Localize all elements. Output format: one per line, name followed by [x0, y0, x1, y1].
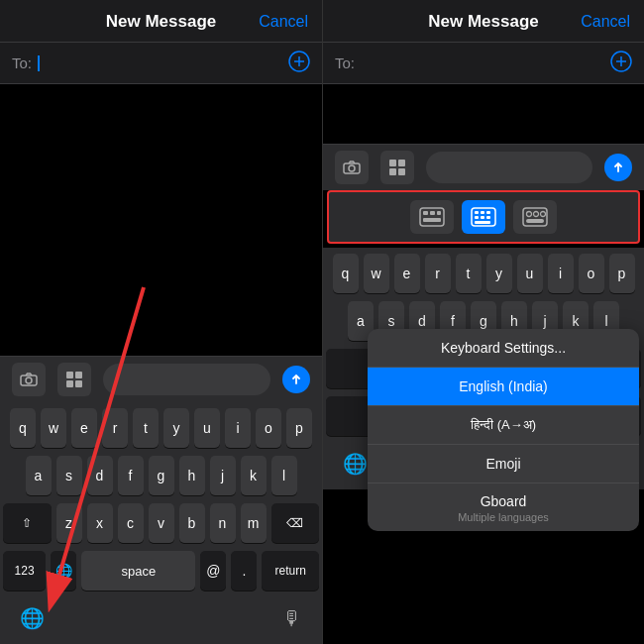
svg-rect-18	[389, 168, 396, 175]
key-globe[interactable]: 🌐	[51, 551, 76, 590]
key-h[interactable]: h	[179, 456, 205, 495]
right-message-input[interactable]	[426, 152, 592, 183]
key-p[interactable]: p	[286, 408, 312, 448]
key-f[interactable]: f	[118, 456, 144, 495]
svg-rect-17	[398, 160, 405, 166]
left-globe-icon[interactable]: 🌐	[20, 606, 45, 630]
key-m[interactable]: m	[241, 503, 267, 543]
left-camera-button[interactable]	[12, 363, 46, 396]
svg-point-15	[349, 165, 355, 171]
key-at[interactable]: @	[200, 551, 226, 590]
keyboard-language-dropdown[interactable]: Keyboard Settings... English (India) हिन…	[368, 329, 639, 531]
svg-point-34	[527, 212, 532, 217]
right-header: New Message Cancel	[323, 0, 644, 43]
key-t[interactable]: t	[133, 408, 159, 448]
svg-rect-5	[66, 372, 73, 378]
key-n[interactable]: n	[210, 503, 236, 543]
key-w[interactable]: w	[41, 408, 66, 448]
key-e[interactable]: e	[71, 408, 97, 448]
switcher-option-3[interactable]	[513, 200, 557, 234]
left-key-row-3: ⇧ z x c v b n m ⌫	[3, 503, 319, 543]
right-apps-button[interactable]	[380, 151, 414, 184]
dropdown-hindi[interactable]: हिन्दी (A→अ)	[368, 406, 639, 445]
key-a[interactable]: a	[26, 456, 52, 495]
svg-rect-16	[389, 160, 396, 166]
right-key-u[interactable]: u	[517, 254, 543, 293]
right-key-row-1: q w e r t y u i o p	[326, 254, 641, 293]
left-header-title: New Message	[106, 12, 217, 32]
right-camera-button[interactable]	[335, 151, 369, 184]
svg-rect-22	[430, 211, 435, 215]
key-k[interactable]: k	[241, 456, 267, 495]
left-mic-icon[interactable]: 🎙	[282, 607, 302, 630]
key-z[interactable]: z	[56, 503, 82, 543]
left-send-button[interactable]	[282, 366, 310, 393]
svg-rect-37	[526, 219, 544, 223]
right-to-field[interactable]: To:	[323, 43, 644, 84]
dropdown-keyboard-settings[interactable]: Keyboard Settings...	[368, 329, 639, 368]
key-y[interactable]: y	[163, 408, 189, 448]
left-keyboard: q w e r t y u i o p a s d f g h j k l ⇧ …	[0, 402, 322, 598]
svg-rect-31	[486, 216, 490, 219]
left-apps-button[interactable]	[57, 363, 91, 396]
right-globe-icon[interactable]: 🌐	[343, 452, 368, 476]
svg-rect-32	[475, 221, 490, 224]
right-to-label: To:	[335, 54, 355, 71]
right-send-button[interactable]	[604, 154, 632, 181]
right-key-q[interactable]: q	[333, 254, 359, 293]
right-key-r[interactable]: r	[425, 254, 451, 293]
left-to-field[interactable]: To:	[0, 43, 322, 84]
switcher-option-1[interactable]	[410, 200, 454, 234]
key-q[interactable]: q	[10, 408, 36, 448]
right-key-i[interactable]: i	[548, 254, 574, 293]
key-d[interactable]: d	[87, 456, 113, 495]
key-u[interactable]: u	[194, 408, 220, 448]
key-r[interactable]: r	[102, 408, 128, 448]
key-o[interactable]: o	[256, 408, 281, 448]
left-cancel-button[interactable]: Cancel	[259, 13, 308, 31]
key-c[interactable]: c	[118, 503, 144, 543]
left-phone-screen: New Message Cancel To:	[0, 0, 322, 644]
key-l[interactable]: l	[271, 456, 297, 495]
left-message-area[interactable]	[0, 84, 322, 356]
key-g[interactable]: g	[149, 456, 174, 495]
key-123[interactable]: 123	[3, 551, 46, 590]
svg-rect-30	[481, 216, 484, 219]
left-header: New Message Cancel	[0, 0, 322, 43]
svg-rect-26	[475, 211, 479, 214]
right-add-recipient-button[interactable]	[610, 51, 632, 75]
right-key-y[interactable]: y	[486, 254, 512, 293]
svg-rect-24	[423, 218, 441, 222]
key-shift[interactable]: ⇧	[3, 503, 52, 543]
key-i[interactable]: i	[225, 408, 251, 448]
key-period[interactable]: .	[231, 551, 257, 590]
svg-rect-23	[437, 211, 441, 215]
key-x[interactable]: x	[87, 503, 113, 543]
right-key-o[interactable]: o	[579, 254, 604, 293]
right-cancel-button[interactable]: Cancel	[581, 13, 630, 31]
key-return[interactable]: return	[262, 551, 319, 590]
right-key-p[interactable]: p	[609, 254, 635, 293]
dropdown-emoji[interactable]: Emoji	[368, 445, 639, 483]
key-s[interactable]: s	[56, 456, 82, 495]
svg-rect-21	[423, 211, 428, 215]
left-add-recipient-button[interactable]	[288, 51, 310, 75]
key-b[interactable]: b	[179, 503, 205, 543]
key-j[interactable]: j	[210, 456, 236, 495]
key-v[interactable]: v	[149, 503, 174, 543]
right-header-title: New Message	[428, 12, 539, 32]
dropdown-english-india[interactable]: English (India)	[368, 368, 639, 406]
left-key-row-1: q w e r t y u i o p	[3, 408, 319, 448]
right-phone-screen: New Message Cancel To:	[322, 0, 644, 644]
switcher-option-2[interactable]	[462, 200, 505, 234]
svg-rect-29	[475, 216, 479, 219]
svg-point-36	[541, 212, 546, 217]
left-message-input[interactable]	[103, 364, 270, 395]
right-key-t[interactable]: t	[456, 254, 482, 293]
key-delete[interactable]: ⌫	[271, 503, 320, 543]
left-cursor	[38, 55, 40, 71]
right-key-w[interactable]: w	[364, 254, 389, 293]
right-message-area[interactable]	[323, 84, 644, 144]
right-key-e[interactable]: e	[394, 254, 420, 293]
key-space[interactable]: space	[81, 551, 195, 590]
